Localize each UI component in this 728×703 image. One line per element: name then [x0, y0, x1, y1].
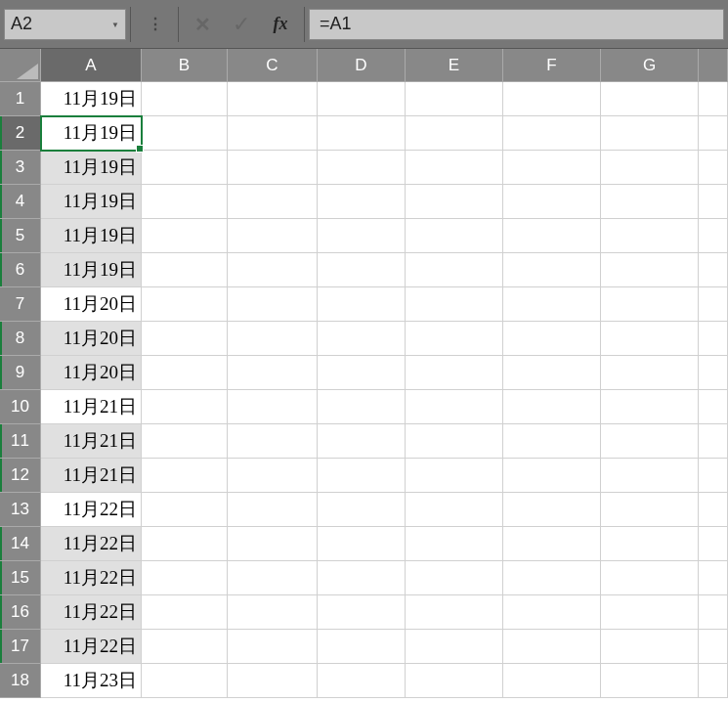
cell[interactable] — [699, 630, 728, 664]
cell[interactable] — [601, 459, 699, 493]
row-header[interactable]: 5 — [0, 219, 41, 253]
row-header[interactable]: 9 — [0, 356, 41, 390]
enter-icon[interactable]: ✓ — [222, 5, 261, 44]
cell[interactable] — [601, 664, 699, 698]
cell[interactable]: 11月21日 — [41, 424, 142, 459]
cell[interactable] — [318, 493, 406, 527]
cell[interactable] — [228, 287, 318, 322]
row-header[interactable]: 12 — [0, 459, 41, 493]
cell[interactable] — [699, 424, 728, 459]
cell[interactable] — [601, 82, 699, 116]
cell[interactable]: 11月19日 — [41, 116, 142, 151]
cell[interactable]: 11月19日 — [41, 151, 142, 185]
cell[interactable] — [699, 219, 728, 253]
col-header-E[interactable]: E — [406, 49, 503, 82]
cell[interactable] — [406, 493, 503, 527]
cell[interactable] — [228, 116, 318, 151]
cell[interactable] — [142, 459, 228, 493]
cell[interactable] — [318, 527, 406, 561]
row-header[interactable]: 10 — [0, 390, 41, 424]
cell[interactable] — [601, 424, 699, 459]
cell[interactable] — [318, 185, 406, 219]
cell[interactable] — [503, 459, 601, 493]
cell[interactable] — [601, 390, 699, 424]
cell[interactable] — [228, 322, 318, 356]
row-header[interactable]: 4 — [0, 185, 41, 219]
col-header-F[interactable]: F — [503, 49, 601, 82]
cell[interactable] — [318, 561, 406, 595]
cell[interactable] — [228, 390, 318, 424]
cell[interactable] — [228, 459, 318, 493]
cell[interactable] — [318, 390, 406, 424]
cell[interactable] — [406, 322, 503, 356]
cell[interactable] — [699, 459, 728, 493]
cell[interactable] — [503, 527, 601, 561]
cell[interactable] — [228, 493, 318, 527]
cell[interactable] — [406, 630, 503, 664]
cell[interactable]: 11月19日 — [41, 82, 142, 116]
cell[interactable] — [601, 595, 699, 630]
cell[interactable]: 11月22日 — [41, 630, 142, 664]
cell[interactable] — [699, 185, 728, 219]
cell[interactable] — [228, 664, 318, 698]
cell[interactable] — [503, 116, 601, 151]
cell[interactable] — [318, 459, 406, 493]
cell[interactable] — [699, 390, 728, 424]
select-all-corner[interactable] — [0, 49, 41, 82]
cell[interactable] — [318, 595, 406, 630]
cell[interactable] — [601, 356, 699, 390]
cell[interactable] — [406, 116, 503, 151]
row-header[interactable]: 17 — [0, 630, 41, 664]
cell[interactable] — [699, 595, 728, 630]
cell[interactable]: 11月20日 — [41, 287, 142, 322]
cell[interactable] — [503, 253, 601, 287]
row-header[interactable]: 15 — [0, 561, 41, 595]
cell[interactable] — [601, 253, 699, 287]
cell[interactable] — [503, 185, 601, 219]
cell[interactable] — [601, 630, 699, 664]
name-box[interactable]: A2 ▼ — [4, 9, 126, 40]
row-header[interactable]: 6 — [0, 253, 41, 287]
formula-input[interactable]: =A1 — [309, 9, 724, 40]
cell[interactable]: 11月20日 — [41, 322, 142, 356]
cell[interactable] — [228, 630, 318, 664]
cell[interactable] — [318, 630, 406, 664]
col-header-D[interactable]: D — [318, 49, 406, 82]
cell[interactable] — [318, 253, 406, 287]
cell[interactable] — [601, 322, 699, 356]
cell[interactable] — [601, 527, 699, 561]
cell[interactable] — [142, 595, 228, 630]
cell[interactable] — [601, 116, 699, 151]
more-icon[interactable]: ⋮ — [135, 5, 174, 44]
cell[interactable] — [601, 219, 699, 253]
cell[interactable] — [142, 493, 228, 527]
cell[interactable] — [406, 390, 503, 424]
cell[interactable] — [142, 424, 228, 459]
cell[interactable] — [228, 82, 318, 116]
cell[interactable] — [142, 185, 228, 219]
dropdown-icon[interactable]: ▼ — [111, 20, 119, 28]
cell[interactable] — [318, 116, 406, 151]
cell[interactable]: 11月23日 — [41, 664, 142, 698]
cell[interactable] — [503, 630, 601, 664]
col-header-overflow[interactable] — [699, 49, 728, 82]
cell[interactable] — [699, 561, 728, 595]
row-header[interactable]: 2 — [0, 116, 41, 151]
fx-icon[interactable]: fx — [261, 5, 300, 44]
cell[interactable] — [699, 82, 728, 116]
row-header[interactable]: 18 — [0, 664, 41, 698]
cell[interactable] — [601, 151, 699, 185]
cell[interactable] — [318, 151, 406, 185]
cell[interactable] — [699, 664, 728, 698]
cell[interactable]: 11月22日 — [41, 595, 142, 630]
cell[interactable]: 11月19日 — [41, 185, 142, 219]
cell[interactable]: 11月20日 — [41, 356, 142, 390]
cell[interactable] — [699, 527, 728, 561]
cell[interactable] — [699, 287, 728, 322]
cell[interactable] — [406, 527, 503, 561]
cell[interactable] — [699, 116, 728, 151]
cell[interactable]: 11月22日 — [41, 561, 142, 595]
cell[interactable] — [503, 219, 601, 253]
cell[interactable] — [142, 390, 228, 424]
cell[interactable]: 11月19日 — [41, 219, 142, 253]
